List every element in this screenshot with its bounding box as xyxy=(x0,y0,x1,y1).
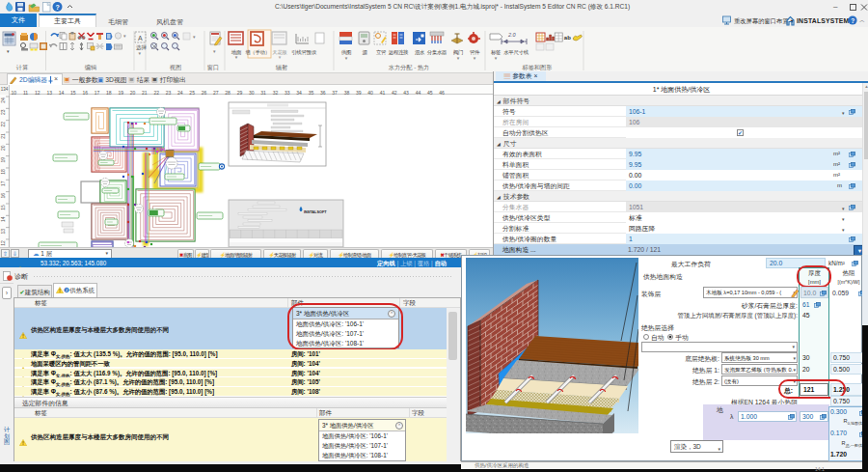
svg-text:17: 17 xyxy=(0,180,6,186)
svg-text:辐射: 辐射 xyxy=(276,64,287,71)
svg-text:标签和图形: 标签和图形 xyxy=(522,64,553,71)
svg-text:2.0: 2.0 xyxy=(507,32,517,38)
svg-text:18: 18 xyxy=(0,169,6,175)
svg-text:分集水器: 分集水器 xyxy=(427,49,447,55)
svg-text:混水: 混水 xyxy=(415,49,425,56)
svg-text:12: 12 xyxy=(0,240,6,246)
svg-text:墙（手动）: 墙（手动） xyxy=(245,49,269,55)
svg-text:▾: ▾ xyxy=(457,55,460,61)
svg-text:视图: 视图 xyxy=(170,64,181,71)
svg-text:编辑: 编辑 xyxy=(85,64,97,70)
svg-text:20: 20 xyxy=(0,145,6,151)
svg-text:立管: 立管 xyxy=(376,49,386,56)
svg-text:▾: ▾ xyxy=(495,55,498,61)
svg-text:▾: ▾ xyxy=(123,33,126,39)
svg-text:窗口: 窗口 xyxy=(207,64,219,71)
svg-text:源: 源 xyxy=(362,49,367,55)
svg-text:15: 15 xyxy=(0,205,6,210)
svg-text:ab: ab xyxy=(564,35,571,41)
svg-text:16: 16 xyxy=(0,193,6,199)
svg-text:?: ? xyxy=(851,17,854,24)
svg-text:19: 19 xyxy=(0,157,6,163)
svg-text:引线管预设: 引线管预设 xyxy=(291,49,316,56)
svg-text:13: 13 xyxy=(0,229,6,235)
svg-text:▾: ▾ xyxy=(213,48,216,54)
svg-text:14: 14 xyxy=(0,216,6,222)
svg-text:▾: ▾ xyxy=(345,55,348,61)
svg-text:水平尺寸线: 水平尺寸线 xyxy=(503,49,529,55)
svg-text:▾: ▾ xyxy=(139,50,142,56)
svg-text:远程连接: 远程连接 xyxy=(389,49,409,56)
svg-text:23: 23 xyxy=(0,109,6,115)
svg-text:INSTALSOFT: INSTALSOFT xyxy=(304,210,327,214)
svg-text:▾: ▾ xyxy=(474,55,476,61)
svg-text:22: 22 xyxy=(0,122,6,127)
svg-text:▾: ▾ xyxy=(7,48,10,54)
svg-text:?: ? xyxy=(56,4,60,11)
svg-text:21: 21 xyxy=(0,133,6,139)
svg-text:计算: 计算 xyxy=(16,64,29,70)
svg-text:24: 24 xyxy=(0,97,6,103)
svg-text:水力分配 - 热力: 水力分配 - 热力 xyxy=(389,64,430,71)
svg-text:A: A xyxy=(138,35,143,42)
svg-text:▾: ▾ xyxy=(193,34,196,40)
